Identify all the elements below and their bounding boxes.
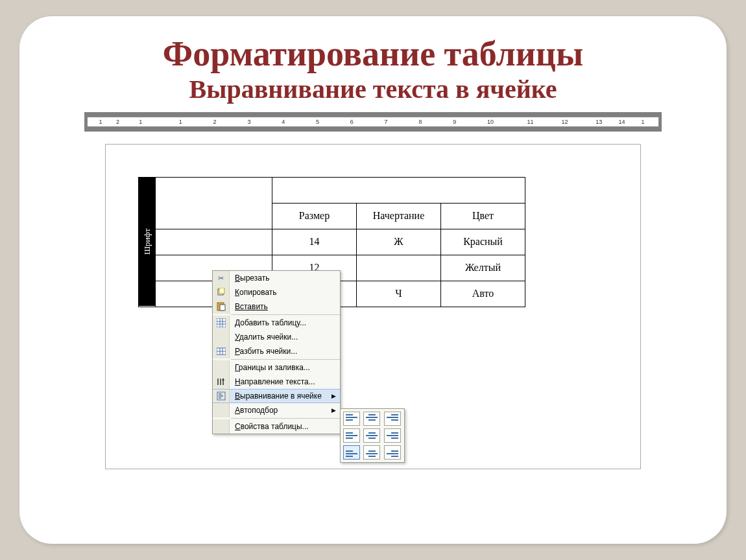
- separator: [231, 418, 340, 419]
- ctx-label: Свойства таблицы...: [230, 422, 340, 431]
- align-top-center[interactable]: [363, 412, 380, 426]
- ruler-mark: 10: [487, 119, 494, 125]
- blank-icon: [213, 403, 230, 417]
- ruler-mark: 11: [527, 119, 534, 125]
- ruler-mark: 8: [418, 119, 422, 125]
- ctx-table-properties[interactable]: Свойства таблицы...: [213, 419, 340, 434]
- align-bottom-right[interactable]: [384, 445, 401, 460]
- table-cell-style[interactable]: [357, 255, 441, 281]
- ruler-mark: 2: [213, 119, 217, 125]
- ctx-label: Вставить: [230, 302, 340, 311]
- align-middle-left[interactable]: [343, 428, 360, 443]
- ruler-mark: 1: [642, 119, 645, 125]
- ctx-label: Границы и заливка...: [230, 363, 340, 372]
- submenu-arrow-icon: ▶: [331, 393, 336, 399]
- blank-icon: [213, 360, 230, 375]
- separator: [231, 359, 340, 360]
- svg-rect-1: [219, 288, 224, 294]
- table-vertical-header[interactable]: Шрифт: [139, 177, 156, 307]
- alignment-submenu: [340, 408, 405, 463]
- ruler-bar: 1 2 1 1 2 3 4 5 6 7 8 9 10 11 12 13 14 1: [84, 112, 662, 132]
- align-middle-center[interactable]: [363, 428, 380, 443]
- table-cell[interactable]: [156, 177, 272, 229]
- align-icon: [213, 390, 230, 402]
- ruler-mark: 12: [561, 119, 568, 125]
- align-top-left[interactable]: [343, 412, 360, 426]
- ctx-autofit[interactable]: Автоподбор ▶: [213, 403, 340, 417]
- ruler-mark: 4: [282, 119, 285, 125]
- ruler-mark: 5: [316, 119, 319, 125]
- ruler-mark: 3: [247, 119, 250, 125]
- svg-marker-16: [222, 378, 224, 380]
- ruler-mark: 13: [596, 119, 602, 125]
- ruler-mark: 7: [385, 119, 388, 125]
- table-cell-color[interactable]: Желтый: [441, 255, 525, 281]
- align-bottom-left[interactable]: [343, 445, 360, 460]
- submenu-arrow-icon: ▶: [331, 407, 336, 414]
- ctx-insert-table[interactable]: Добавить таблицу...: [213, 316, 340, 330]
- table-header-color[interactable]: Цвет: [441, 203, 525, 229]
- ctx-text-direction[interactable]: Направление текста...: [213, 375, 340, 389]
- horizontal-ruler[interactable]: 1 2 1 1 2 3 4 5 6 7 8 9 10 11 12 13 14 1: [87, 117, 659, 127]
- ctx-cut[interactable]: ✂ Вырезать: [213, 271, 340, 285]
- ruler-mark: 1: [99, 119, 102, 125]
- ctx-label: Направление текста...: [230, 377, 340, 386]
- split-icon: [213, 344, 230, 358]
- ctx-label: Разбить ячейки...: [230, 347, 340, 356]
- ruler-mark: 14: [618, 119, 625, 125]
- svg-rect-3: [220, 305, 225, 310]
- table-cell[interactable]: [272, 177, 525, 203]
- blank-icon: [213, 419, 230, 434]
- table-header-size[interactable]: Размер: [272, 203, 357, 229]
- context-menu: ✂ Вырезать Копировать Вставить Добавить …: [212, 270, 341, 434]
- ctx-label: Удалить ячейки...: [230, 332, 340, 342]
- ctx-delete-cells[interactable]: Удалить ячейки...: [213, 330, 340, 344]
- table-cell-style[interactable]: Ж: [357, 229, 441, 255]
- ruler-mark: 2: [116, 119, 119, 125]
- ruler-mark: 1: [179, 119, 182, 125]
- copy-icon: [213, 285, 230, 299]
- ruler-mark: 1: [139, 119, 142, 125]
- ctx-label: Добавить таблицу...: [230, 318, 340, 327]
- ctx-label: Выравнивание в ячейке: [230, 391, 340, 401]
- table-cell-style[interactable]: Ч: [357, 281, 441, 307]
- ctx-borders-shading[interactable]: Границы и заливка...: [213, 360, 340, 375]
- ctx-paste[interactable]: Вставить: [213, 299, 340, 314]
- table-header-style[interactable]: Начертание: [357, 203, 441, 229]
- table-cell-color[interactable]: Красный: [441, 229, 525, 255]
- table-cell-color[interactable]: Авто: [441, 281, 525, 307]
- align-top-right[interactable]: [384, 412, 401, 426]
- svg-rect-4: [217, 318, 226, 327]
- align-bottom-center[interactable]: [363, 445, 380, 460]
- ctx-label: Копировать: [230, 288, 340, 297]
- ctx-copy[interactable]: Копировать: [213, 285, 340, 299]
- slide-title: Форматирование таблицы: [45, 36, 701, 73]
- ruler-mark: 6: [350, 119, 354, 125]
- align-middle-right[interactable]: [384, 428, 401, 443]
- direction-icon: [213, 375, 230, 389]
- ctx-label: Автоподбор: [230, 406, 340, 415]
- table-icon: [213, 316, 230, 330]
- paste-icon: [213, 299, 230, 314]
- slide: Форматирование таблицы Выравнивание текс…: [19, 16, 727, 544]
- scissors-icon: ✂: [213, 271, 230, 285]
- table-cell-size[interactable]: 14: [272, 229, 357, 255]
- ctx-split-cells[interactable]: Разбить ячейки...: [213, 344, 340, 358]
- separator: [231, 314, 340, 315]
- blank-icon: [213, 330, 230, 344]
- slide-subtitle: Выравнивание текста в ячейке: [45, 74, 701, 104]
- table-cell[interactable]: [156, 229, 272, 255]
- ctx-label: Вырезать: [230, 274, 340, 283]
- ruler-mark: 9: [453, 119, 456, 125]
- ctx-cell-alignment[interactable]: Выравнивание в ячейке ▶: [213, 389, 340, 403]
